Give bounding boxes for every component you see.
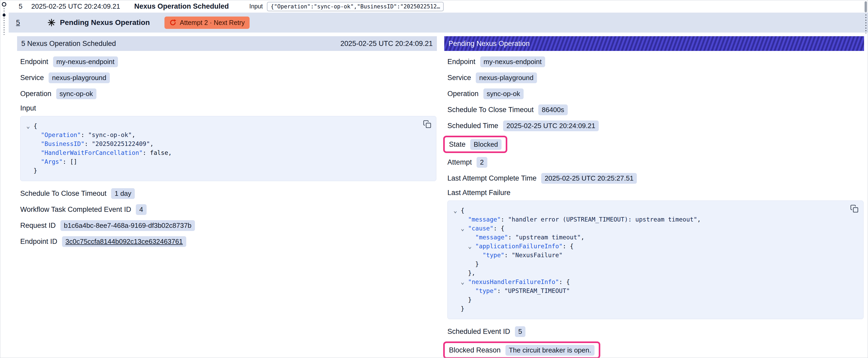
field-blocked-reason: Blocked Reason The circuit breaker is op… — [449, 345, 594, 356]
field-label: Request ID — [20, 222, 56, 230]
collapse-chevron-icon[interactable]: ⌄ — [454, 206, 457, 215]
input-section-label: Input — [20, 104, 436, 112]
event-id[interactable]: 5 — [19, 2, 31, 10]
code-line: } — [454, 260, 845, 268]
field-state: State Blocked — [449, 139, 501, 150]
code-line: } — [454, 304, 845, 313]
field-value: 2025-02-25 UTC 20:24:09.21 — [503, 121, 599, 131]
field-value: 1 day — [111, 188, 135, 199]
code-line: "message": "upstream timeout", — [454, 233, 845, 242]
field-value: sync-op-ok — [484, 89, 524, 99]
input-preview-chip: {"Operation":"sync-op-ok","BusinessID":"… — [267, 2, 444, 11]
retry-badge: Attempt 2 · Next Retry — [164, 17, 249, 29]
blocked-reason-highlight-annotation: Blocked Reason The circuit breaker is op… — [443, 341, 600, 358]
input-label: Input — [249, 3, 263, 10]
field-value: my-nexus-endpoint — [53, 57, 118, 67]
field-service: Service nexus-playground — [447, 72, 864, 83]
field-value: nexus-playground — [49, 72, 110, 83]
code-line: ⌄"cause": { — [454, 224, 845, 233]
code-line: "Operation": "sync-op-ok", — [26, 130, 418, 139]
code-line: } — [26, 166, 418, 175]
field-service: Service nexus-playground — [20, 72, 436, 83]
field-operation: Operation sync-op-ok — [20, 88, 436, 99]
field-label: Endpoint — [447, 58, 475, 66]
field-workflow-task-completed-event-id: Workflow Task Completed Event ID 4 — [20, 204, 436, 215]
code-line: ⌄"applicationFailureInfo": { — [454, 242, 845, 251]
field-scheduled-event-id: Scheduled Event ID 5 — [447, 326, 864, 337]
state-badge: Blocked — [470, 139, 501, 150]
code-line: ⌄{ — [26, 122, 418, 130]
endpoint-id-link[interactable]: 3c0c75ccfa8144b092c13ce632463761 — [62, 236, 186, 247]
event-id-link[interactable]: 5 — [16, 19, 20, 27]
timeline-rail — [0, 0, 9, 40]
field-endpoint: Endpoint my-nexus-endpoint — [20, 56, 436, 67]
failure-json-viewer: ⌄{"message": "handler error (UPSTREAM_TI… — [447, 200, 864, 319]
field-value: sync-op-ok — [56, 89, 96, 99]
vertical-scrollbar[interactable] — [864, 1, 867, 357]
field-label: Schedule To Close Timeout — [447, 106, 533, 114]
field-scheduled-time: Scheduled Time 2025-02-25 UTC 20:24:09.2… — [447, 120, 864, 131]
code-line: ⌄"nexusHandlerFailureInfo": { — [454, 278, 845, 286]
pending-operation-header: Pending Nexus Operation — [444, 36, 864, 51]
field-value: 86400s — [538, 104, 567, 115]
event-title: Pending Nexus Operation — [60, 19, 150, 27]
code-line: "message": "handler error (UPSTREAM_TIME… — [454, 215, 845, 224]
code-line: "Args": [] — [26, 157, 418, 166]
field-value: my-nexus-endpoint — [480, 57, 545, 67]
code-line: ⌄{ — [454, 206, 845, 215]
collapse-chevron-icon[interactable]: ⌄ — [468, 242, 471, 251]
pending-asterisk-icon — [47, 19, 56, 27]
panel-title: Pending Nexus Operation — [448, 40, 530, 48]
field-label: Operation — [20, 90, 52, 98]
field-value: 4 — [136, 204, 146, 215]
code-line: "type": "NexusFailure" — [454, 251, 845, 260]
field-endpoint: Endpoint my-nexus-endpoint — [447, 56, 864, 67]
field-label: Endpoint ID — [20, 237, 57, 246]
event-row-scheduled[interactable]: 5 2025-02-25 UTC 20:24:09.21 Nexus Opera… — [9, 0, 868, 12]
event-row-pending[interactable]: 5 Pending Nexus Operation Attempt — [9, 12, 868, 33]
retry-icon — [169, 19, 177, 26]
field-operation: Operation sync-op-ok — [447, 88, 864, 99]
field-label: Scheduled Time — [447, 122, 498, 130]
scrollbar-thumb[interactable] — [865, 1, 867, 12]
code-line: "type": "UPSTREAM_TIMEOUT" — [454, 286, 845, 295]
field-request-id: Request ID b1c6a4bc-8ee7-468a-9169-df3b0… — [20, 220, 436, 231]
state-highlight-annotation: State Blocked — [443, 136, 507, 153]
copy-icon[interactable] — [423, 120, 431, 128]
field-label: Workflow Task Completed Event ID — [20, 205, 131, 214]
scrollbar-dots — [865, 14, 866, 33]
code-line: }, — [454, 268, 845, 278]
field-schedule-to-close-timeout: Schedule To Close Timeout 86400s — [447, 104, 864, 115]
field-value: nexus-playground — [476, 72, 537, 83]
collapse-chevron-icon[interactable]: ⌄ — [461, 224, 464, 233]
collapse-chevron-icon[interactable]: ⌄ — [461, 278, 464, 286]
field-endpoint-id: Endpoint ID 3c0c75ccfa8144b092c13ce63246… — [20, 236, 436, 247]
event-timestamp: 2025-02-25 UTC 20:24:09.21 — [31, 2, 134, 10]
field-value: b1c6a4bc-8ee7-468a-9169-df3b02c8737b — [60, 220, 195, 231]
blocked-reason-badge: The circuit breaker is open. — [505, 345, 595, 356]
code-line: } — [454, 295, 845, 304]
copy-icon[interactable] — [850, 204, 859, 213]
code-line: "BusinessID": "20250225122409", — [26, 139, 418, 148]
workflow-history-screen: 5 2025-02-25 UTC 20:24:09.21 Nexus Opera… — [0, 0, 868, 358]
field-label: Service — [447, 74, 471, 82]
panel-timestamp: 2025-02-25 UTC 20:24:09.21 — [340, 40, 433, 48]
failure-section-label: Last Attempt Failure — [447, 189, 864, 197]
event-detail-header: 5 Nexus Operation Scheduled 2025-02-25 U… — [17, 36, 437, 51]
field-schedule-to-close-timeout: Schedule To Close Timeout 1 day — [20, 188, 436, 199]
event-title: Nexus Operation Scheduled — [134, 2, 229, 10]
field-last-attempt-complete-time: Last Attempt Complete Time 2025-02-25 UT… — [447, 173, 864, 184]
code-line: "HandlerWaitForCancellation": false, — [26, 148, 418, 157]
retry-badge-label: Attempt 2 · Next Retry — [180, 19, 245, 27]
field-attempt: Attempt 2 — [447, 157, 864, 168]
field-value: 2025-02-25 UTC 20:25:27.51 — [541, 173, 637, 184]
pending-operation-panel: Pending Nexus Operation Endpoint my-nexu… — [444, 36, 864, 358]
collapse-chevron-icon[interactable]: ⌄ — [26, 122, 30, 130]
field-label: Scheduled Event ID — [447, 328, 510, 336]
event-detail-panel: 5 Nexus Operation Scheduled 2025-02-25 U… — [17, 36, 437, 252]
timeline-dotted-line — [4, 8, 4, 35]
field-label: Schedule To Close Timeout — [20, 190, 106, 198]
timeline-dot-icon — [3, 14, 5, 17]
input-json-viewer: ⌄{"Operation": "sync-op-ok","BusinessID"… — [20, 116, 436, 181]
field-label: Service — [20, 74, 44, 82]
